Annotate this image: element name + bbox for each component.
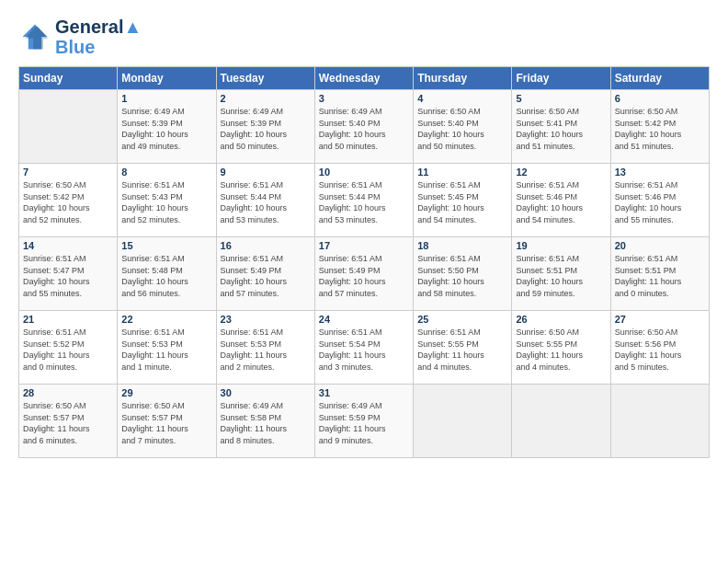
header-row: SundayMondayTuesdayWednesdayThursdayFrid… — [19, 67, 710, 90]
day-info: Sunrise: 6:51 AM Sunset: 5:46 PM Dayligh… — [615, 179, 705, 225]
day-number: 2 — [221, 93, 311, 104]
day-info: Sunrise: 6:49 AM Sunset: 5:39 PM Dayligh… — [121, 106, 211, 152]
week-row-5: 28Sunrise: 6:50 AM Sunset: 5:57 PM Dayli… — [19, 385, 710, 458]
calendar-cell — [610, 385, 709, 458]
calendar-cell — [19, 90, 118, 164]
day-info: Sunrise: 6:50 AM Sunset: 5:56 PM Dayligh… — [615, 327, 705, 373]
day-info: Sunrise: 6:49 AM Sunset: 5:39 PM Dayligh… — [221, 106, 311, 152]
week-row-3: 14Sunrise: 6:51 AM Sunset: 5:47 PM Dayli… — [19, 237, 710, 311]
calendar-cell: 28Sunrise: 6:50 AM Sunset: 5:57 PM Dayli… — [19, 385, 118, 458]
day-number: 6 — [615, 93, 705, 104]
calendar-cell: 4Sunrise: 6:50 AM Sunset: 5:40 PM Daylig… — [414, 90, 512, 164]
calendar-cell: 17Sunrise: 6:51 AM Sunset: 5:49 PM Dayli… — [314, 237, 413, 311]
day-info: Sunrise: 6:51 AM Sunset: 5:49 PM Dayligh… — [319, 253, 409, 299]
day-number: 13 — [615, 167, 705, 178]
calendar-cell: 24Sunrise: 6:51 AM Sunset: 5:54 PM Dayli… — [314, 311, 413, 385]
calendar-cell: 6Sunrise: 6:50 AM Sunset: 5:42 PM Daylig… — [610, 90, 709, 164]
day-info: Sunrise: 6:50 AM Sunset: 5:57 PM Dayligh… — [23, 400, 113, 446]
calendar-cell: 1Sunrise: 6:49 AM Sunset: 5:39 PM Daylig… — [118, 90, 216, 164]
logo-icon — [18, 20, 51, 53]
day-info: Sunrise: 6:50 AM Sunset: 5:40 PM Dayligh… — [417, 106, 507, 152]
calendar-cell: 2Sunrise: 6:49 AM Sunset: 5:39 PM Daylig… — [216, 90, 314, 164]
calendar-cell: 19Sunrise: 6:51 AM Sunset: 5:51 PM Dayli… — [512, 237, 610, 311]
day-info: Sunrise: 6:51 AM Sunset: 5:53 PM Dayligh… — [121, 327, 211, 373]
day-number: 24 — [319, 314, 409, 325]
day-info: Sunrise: 6:50 AM Sunset: 5:55 PM Dayligh… — [516, 327, 606, 373]
calendar-cell — [414, 385, 512, 458]
calendar-table: SundayMondayTuesdayWednesdayThursdayFrid… — [18, 66, 710, 458]
calendar-cell: 30Sunrise: 6:49 AM Sunset: 5:58 PM Dayli… — [216, 385, 314, 458]
calendar-cell: 16Sunrise: 6:51 AM Sunset: 5:49 PM Dayli… — [216, 237, 314, 311]
day-number: 8 — [121, 167, 211, 178]
day-number: 26 — [516, 314, 606, 325]
week-row-1: 1Sunrise: 6:49 AM Sunset: 5:39 PM Daylig… — [19, 90, 710, 164]
day-number: 31 — [319, 387, 409, 398]
col-header-tuesday: Tuesday — [216, 67, 314, 90]
day-info: Sunrise: 6:51 AM Sunset: 5:54 PM Dayligh… — [319, 327, 409, 373]
day-number: 27 — [615, 314, 705, 325]
week-row-2: 7Sunrise: 6:50 AM Sunset: 5:42 PM Daylig… — [19, 164, 710, 237]
calendar-cell: 8Sunrise: 6:51 AM Sunset: 5:43 PM Daylig… — [118, 164, 216, 237]
day-info: Sunrise: 6:49 AM Sunset: 5:40 PM Dayligh… — [319, 106, 409, 152]
day-info: Sunrise: 6:51 AM Sunset: 5:43 PM Dayligh… — [121, 179, 211, 225]
calendar-cell: 22Sunrise: 6:51 AM Sunset: 5:53 PM Dayli… — [118, 311, 216, 385]
day-number: 22 — [121, 314, 211, 325]
day-number: 1 — [121, 93, 211, 104]
day-number: 12 — [516, 167, 606, 178]
calendar-cell: 11Sunrise: 6:51 AM Sunset: 5:45 PM Dayli… — [414, 164, 512, 237]
calendar-cell: 21Sunrise: 6:51 AM Sunset: 5:52 PM Dayli… — [19, 311, 118, 385]
logo: General▲ Blue — [18, 17, 142, 57]
day-number: 7 — [23, 167, 113, 178]
day-info: Sunrise: 6:51 AM Sunset: 5:47 PM Dayligh… — [23, 253, 113, 299]
day-info: Sunrise: 6:50 AM Sunset: 5:41 PM Dayligh… — [516, 106, 606, 152]
calendar-cell: 12Sunrise: 6:51 AM Sunset: 5:46 PM Dayli… — [512, 164, 610, 237]
day-info: Sunrise: 6:51 AM Sunset: 5:49 PM Dayligh… — [221, 253, 311, 299]
day-info: Sunrise: 6:51 AM Sunset: 5:46 PM Dayligh… — [516, 179, 606, 225]
calendar-cell: 5Sunrise: 6:50 AM Sunset: 5:41 PM Daylig… — [512, 90, 610, 164]
day-number: 28 — [23, 387, 113, 398]
calendar-cell: 14Sunrise: 6:51 AM Sunset: 5:47 PM Dayli… — [19, 237, 118, 311]
col-header-monday: Monday — [118, 67, 216, 90]
day-info: Sunrise: 6:50 AM Sunset: 5:42 PM Dayligh… — [615, 106, 705, 152]
day-number: 5 — [516, 93, 606, 104]
day-info: Sunrise: 6:51 AM Sunset: 5:44 PM Dayligh… — [221, 179, 311, 225]
calendar-cell: 23Sunrise: 6:51 AM Sunset: 5:53 PM Dayli… — [216, 311, 314, 385]
calendar-cell: 7Sunrise: 6:50 AM Sunset: 5:42 PM Daylig… — [19, 164, 118, 237]
col-header-thursday: Thursday — [414, 67, 512, 90]
calendar-cell: 15Sunrise: 6:51 AM Sunset: 5:48 PM Dayli… — [118, 237, 216, 311]
header: General▲ Blue — [18, 17, 710, 57]
calendar-cell: 13Sunrise: 6:51 AM Sunset: 5:46 PM Dayli… — [610, 164, 709, 237]
day-number: 9 — [221, 167, 311, 178]
day-number: 3 — [319, 93, 409, 104]
calendar-cell: 18Sunrise: 6:51 AM Sunset: 5:50 PM Dayli… — [414, 237, 512, 311]
day-number: 15 — [121, 240, 211, 251]
calendar-cell: 9Sunrise: 6:51 AM Sunset: 5:44 PM Daylig… — [216, 164, 314, 237]
calendar-cell: 3Sunrise: 6:49 AM Sunset: 5:40 PM Daylig… — [314, 90, 413, 164]
day-number: 11 — [417, 167, 507, 178]
day-number: 10 — [319, 167, 409, 178]
day-number: 14 — [23, 240, 113, 251]
day-number: 29 — [121, 387, 211, 398]
calendar-page: General▲ Blue SundayMondayTuesdayWednesd… — [0, 0, 728, 469]
day-info: Sunrise: 6:49 AM Sunset: 5:59 PM Dayligh… — [319, 400, 409, 446]
day-info: Sunrise: 6:49 AM Sunset: 5:58 PM Dayligh… — [221, 400, 311, 446]
calendar-cell: 10Sunrise: 6:51 AM Sunset: 5:44 PM Dayli… — [314, 164, 413, 237]
col-header-wednesday: Wednesday — [314, 67, 413, 90]
day-info: Sunrise: 6:51 AM Sunset: 5:44 PM Dayligh… — [319, 179, 409, 225]
calendar-cell: 29Sunrise: 6:50 AM Sunset: 5:57 PM Dayli… — [118, 385, 216, 458]
day-info: Sunrise: 6:50 AM Sunset: 5:57 PM Dayligh… — [121, 400, 211, 446]
day-info: Sunrise: 6:51 AM Sunset: 5:52 PM Dayligh… — [23, 327, 113, 373]
calendar-cell: 27Sunrise: 6:50 AM Sunset: 5:56 PM Dayli… — [610, 311, 709, 385]
day-number: 30 — [221, 387, 311, 398]
day-info: Sunrise: 6:51 AM Sunset: 5:55 PM Dayligh… — [417, 327, 507, 373]
day-info: Sunrise: 6:51 AM Sunset: 5:48 PM Dayligh… — [121, 253, 211, 299]
day-number: 19 — [516, 240, 606, 251]
day-number: 25 — [417, 314, 507, 325]
logo-text: General▲ Blue — [55, 17, 142, 57]
day-info: Sunrise: 6:51 AM Sunset: 5:51 PM Dayligh… — [615, 253, 705, 299]
day-number: 21 — [23, 314, 113, 325]
day-info: Sunrise: 6:50 AM Sunset: 5:42 PM Dayligh… — [23, 179, 113, 225]
calendar-cell: 31Sunrise: 6:49 AM Sunset: 5:59 PM Dayli… — [314, 385, 413, 458]
calendar-cell: 25Sunrise: 6:51 AM Sunset: 5:55 PM Dayli… — [414, 311, 512, 385]
day-number: 18 — [417, 240, 507, 251]
